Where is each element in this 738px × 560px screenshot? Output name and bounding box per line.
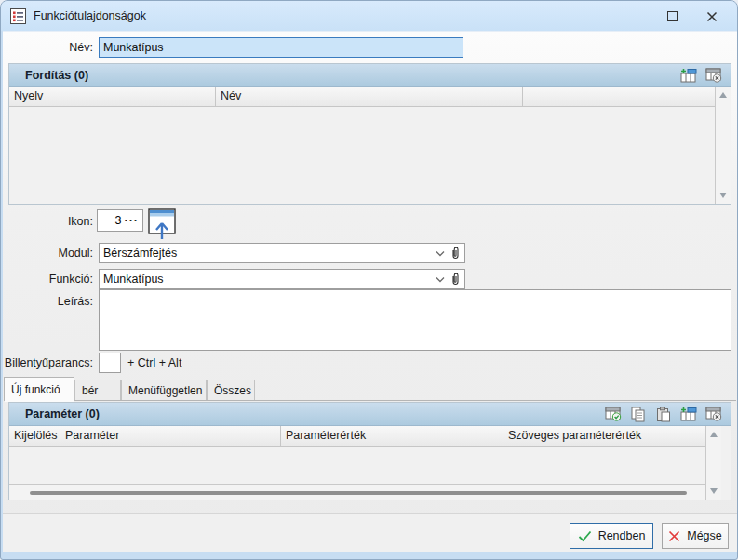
column-empty [523,87,731,107]
parameter-delete-row-button[interactable] [704,407,723,422]
modul-label: Modul: [58,247,93,260]
scroll-up-icon [719,92,727,98]
table-check-icon [605,407,622,421]
table-add-icon [680,407,698,421]
forditas-header: Fordítás (0) [9,64,731,87]
tab-uj-funkcio[interactable]: Új funkció [4,377,74,401]
maximize-icon [667,11,678,21]
app-icon [10,8,26,24]
ok-button[interactable]: Rendben [570,523,653,549]
table-add-icon [680,68,698,83]
tab-menufuggetlen[interactable]: Menüfüggetlen [121,380,207,401]
ellipsis-button[interactable]: ··· [125,214,140,227]
chevron-down-icon [436,276,445,283]
forditas-scrollbar[interactable] [715,87,731,204]
tab-ber[interactable]: bér [74,380,121,401]
modul-value: Bérszámfejtés [103,247,436,260]
window-title: Funkciótulajdonságok [34,9,146,22]
dialog-window: Funkciótulajdonságok Név: Munkatípus For… [0,0,738,560]
scroll-down-icon [710,488,718,494]
parameter-panel: Paraméter (0) [8,402,731,500]
ikon-value: 3 [115,214,122,227]
cancel-button[interactable]: Mégse [662,523,729,549]
title-bar: Funkciótulajdonságok [1,1,737,31]
forditas-column-headers: Nyelv Név [9,87,731,107]
footer-bar: Rendben Mégse [3,513,737,552]
nev-input[interactable]: Munkatípus [99,37,463,58]
funkcio-label: Funkció: [49,273,93,286]
parameter-header: Paraméter (0) [9,403,731,426]
funkcio-combobox[interactable]: Munkatípus [99,269,465,289]
table-delete-icon [705,407,722,421]
tab-divider [4,400,736,401]
scroll-down-button[interactable] [716,188,731,203]
maximize-button[interactable] [658,7,686,25]
parameter-table-body[interactable] [9,447,706,484]
leiras-textarea[interactable] [99,289,731,351]
billentyuparancs-label: Billentyűparancs: [5,356,93,369]
copy-icon [631,407,646,422]
table-delete-icon [705,68,722,83]
scroll-up-button[interactable] [706,427,721,442]
scroll-up-button[interactable] [716,87,731,102]
ikon-label: Ikon: [68,215,93,228]
parameter-hscrollbar[interactable] [9,484,706,500]
hscroll-thumb[interactable] [30,491,687,495]
forditas-delete-row-button[interactable] [704,67,723,83]
paperclip-icon [450,247,461,260]
column-parameter[interactable]: Paraméter [60,426,281,447]
shortcut-suffix: + Ctrl + Alt [127,356,181,369]
dialog-body: Név: Munkatípus Fordítás (0) [3,31,737,552]
parameter-column-headers: Kijelölés Paraméter Paraméterérték Szöve… [9,426,706,447]
scroll-up-icon [710,432,718,437]
window-up-arrow-icon [148,208,178,240]
shortcut-input[interactable] [99,353,121,373]
forditas-panel: Fordítás (0) [8,63,731,205]
tab-osszes[interactable]: Összes [207,380,255,401]
column-nev[interactable]: Név [216,87,523,107]
column-kijeloles[interactable]: Kijelölés [9,426,60,447]
paste-button[interactable] [654,407,673,422]
paste-icon [656,407,671,422]
modul-combobox[interactable]: Bérszámfejtés [99,243,465,263]
parameter-scrollbar[interactable] [705,426,721,500]
parameter-add-row-button[interactable] [679,407,698,422]
column-nyelv[interactable]: Nyelv [9,87,216,107]
close-icon [706,11,718,22]
green-check-icon [578,530,592,542]
parameter-title: Paraméter (0) [9,407,100,420]
nev-label: Név: [69,41,93,54]
close-button[interactable] [698,7,726,25]
leiras-label: Leírás: [58,295,93,308]
tab-strip: Új funkció bér Menüfüggetlen Összes [4,377,255,401]
chevron-down-icon [436,250,445,257]
funkcio-value: Munkatípus [103,273,436,286]
parameter-validate-button[interactable] [604,407,623,422]
column-szoveges-parameterertek[interactable]: Szöveges paraméterérték [503,426,706,447]
red-x-icon [668,530,680,542]
scroll-down-button[interactable] [706,484,721,499]
column-parameterertek[interactable]: Paraméterérték [281,426,503,447]
forditas-title: Fordítás (0) [9,69,88,82]
ok-button-label: Rendben [598,529,646,542]
forditas-add-row-button[interactable] [679,67,698,83]
scroll-down-icon [719,193,727,198]
paperclip-icon [450,273,461,286]
copy-button[interactable] [629,407,648,422]
forditas-table-body[interactable] [9,107,715,204]
ikon-input[interactable]: 3 ··· [97,209,143,232]
cancel-button-label: Mégse [687,529,722,542]
icon-picker-button[interactable] [148,208,178,235]
